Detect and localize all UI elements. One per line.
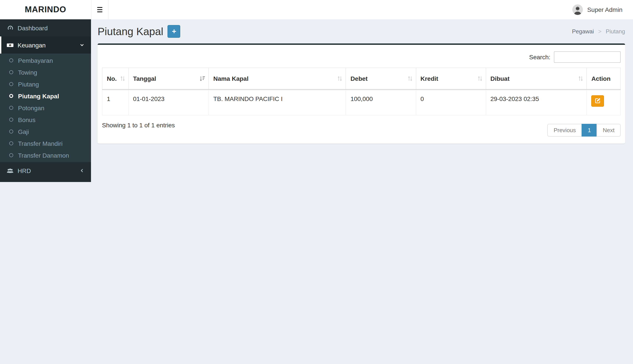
sort-desc-icon [199, 76, 205, 82]
col-header-no[interactable]: No. [102, 68, 128, 90]
circle-icon [9, 58, 13, 62]
sidebar-subitem-label: Towing [18, 69, 37, 76]
sidebar-subitem-potongan[interactable]: Potongan [0, 102, 91, 114]
sidebar-subitem-label: Potongan [18, 104, 44, 111]
circle-icon [9, 106, 13, 110]
search-label: Search: [529, 54, 551, 60]
brand-logo[interactable]: MARINDO [0, 0, 91, 19]
data-card: Search: No. [98, 44, 625, 144]
sidebar-subitem-label: Bonus [18, 116, 35, 123]
sidebar-subitem-label: Transfer Mandiri [18, 140, 63, 147]
content-header: Piutang Kapal + Pegawai > Piutang [98, 25, 625, 38]
sidebar-item-label: Keuangan [18, 42, 46, 48]
circle-icon [9, 130, 13, 134]
cell-action [587, 90, 620, 115]
sidebar-subitem-gaji[interactable]: Gaji [0, 126, 91, 138]
users-icon [7, 167, 14, 174]
svg-text:1: 1 [10, 44, 11, 46]
sidebar-subitem-transfer-mandiri[interactable]: Transfer Mandiri [0, 138, 91, 149]
table-footer: Showing 1 to 1 of 1 entries Previous 1 N… [102, 116, 621, 139]
breadcrumb-separator: > [598, 28, 601, 35]
col-header-kredit[interactable]: Kredit [416, 68, 486, 90]
col-header-dibuat[interactable]: Dibuat [486, 68, 587, 90]
table-search: Search: [102, 49, 621, 68]
pagination: Previous 1 Next [547, 124, 621, 136]
dashboard-icon [7, 24, 14, 32]
sidebar-subitem-label: Piutang [18, 80, 39, 88]
sort-icon [477, 76, 482, 82]
pagination-next-button[interactable]: Next [597, 124, 621, 136]
money-icon: 1 [7, 42, 14, 48]
cell-tanggal: 01-01-2023 [128, 90, 208, 115]
app-window: MARINDO Super Admin [0, 0, 633, 182]
sidebar-subitem-label: Pembayaran [18, 57, 53, 64]
breadcrumb-parent[interactable]: Pegawai [572, 28, 594, 35]
sidebar-item-hrd[interactable]: HRD [0, 162, 91, 179]
cell-debet: 100,000 [346, 90, 416, 115]
circle-icon [9, 70, 13, 74]
sidebar-subitem-label: Transfer Danamon [18, 152, 69, 159]
sidebar-item-dashboard[interactable]: Dashboard [0, 19, 91, 36]
pagination-previous-button[interactable]: Previous [547, 124, 582, 136]
sidebar-subitem-towing[interactable]: Towing [0, 66, 91, 78]
circle-icon [9, 142, 13, 145]
user-menu[interactable]: Super Admin [568, 0, 633, 19]
sidebar-item-label: Dashboard [18, 24, 48, 32]
chevron-down-icon [80, 42, 84, 48]
sidebar-subitem-label: Gaji [18, 128, 29, 135]
piutang-kapal-table: No. Tanggal Nama Kapal [102, 68, 621, 116]
sidebar-subitem-label: Piutang Kapal [18, 92, 59, 100]
hamburger-icon [97, 7, 102, 8]
edit-button[interactable] [591, 95, 604, 107]
pagination-page-1[interactable]: 1 [582, 124, 597, 136]
col-header-tanggal[interactable]: Tanggal [128, 68, 208, 90]
sidebar-toggle-button[interactable] [91, 0, 109, 19]
add-button[interactable]: + [168, 25, 180, 38]
avatar [572, 4, 583, 15]
circle-icon [9, 118, 13, 122]
table-header-row: No. Tanggal Nama Kapal [102, 68, 620, 90]
circle-icon [9, 153, 13, 157]
table-row: 1 01-01-2023 TB. MARINDO PACIFIC I 100,0… [102, 90, 620, 115]
col-header-nama-kapal[interactable]: Nama Kapal [208, 68, 346, 90]
sidebar-item-label: HRD [18, 167, 31, 174]
circle-icon [9, 82, 13, 86]
circle-icon [9, 94, 13, 98]
sidebar-subitem-bonus[interactable]: Bonus [0, 114, 91, 126]
sidebar-subitem-piutang[interactable]: Piutang [0, 78, 91, 90]
sidebar-subitem-piutang-kapal[interactable]: Piutang Kapal [0, 90, 91, 102]
cell-nama-kapal: TB. MARINDO PACIFIC I [208, 90, 346, 115]
page-title: Piutang Kapal [98, 25, 163, 38]
sidebar-item-keuangan[interactable]: 1 Keuangan [0, 36, 91, 54]
sort-icon [120, 76, 125, 82]
chevron-left-icon [80, 168, 84, 173]
content-area: Piutang Kapal + Pegawai > Piutang Search… [91, 19, 633, 182]
table-info: Showing 1 to 1 of 1 entries [102, 122, 175, 129]
edit-icon [595, 97, 601, 105]
breadcrumb: Pegawai > Piutang [572, 28, 625, 35]
sidebar-subitem-pembayaran[interactable]: Pembayaran [0, 54, 91, 66]
cell-dibuat: 29-03-2023 02:35 [486, 90, 587, 115]
sort-icon [407, 76, 412, 82]
breadcrumb-current: Piutang [606, 28, 625, 35]
search-input[interactable] [554, 51, 621, 63]
keuangan-submenu: Pembayaran Towing Piutang Piutang Kapal … [0, 54, 91, 162]
col-header-debet[interactable]: Debet [346, 68, 416, 90]
cell-kredit: 0 [416, 90, 486, 115]
sort-icon [337, 76, 343, 82]
cell-no: 1 [102, 90, 128, 115]
plus-icon: + [172, 28, 176, 35]
top-navbar: MARINDO Super Admin [0, 0, 633, 19]
sidebar-subitem-transfer-danamon[interactable]: Transfer Danamon [0, 149, 91, 161]
sort-icon [578, 76, 583, 82]
sidebar-item-laporan[interactable]: Laporan [0, 179, 91, 182]
user-name: Super Admin [587, 6, 622, 13]
sidebar: Dashboard 1 Keuangan Pembayaran [0, 19, 91, 182]
col-header-action: Action [587, 68, 620, 90]
